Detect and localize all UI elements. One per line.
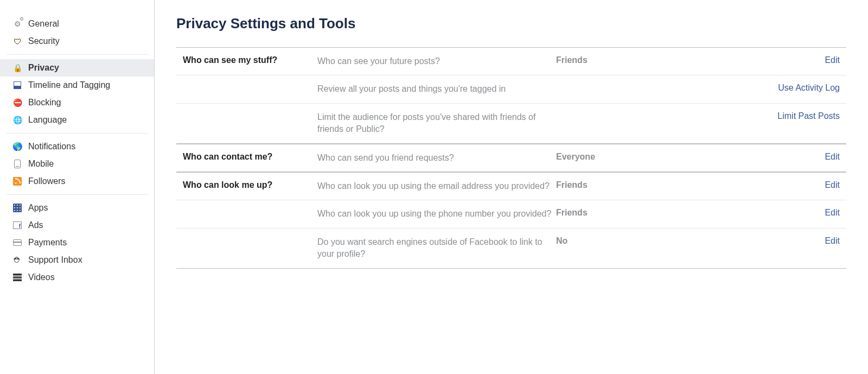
shield-icon bbox=[12, 36, 23, 47]
sidebar-item-mobile[interactable]: Mobile bbox=[0, 155, 154, 173]
sidebar-item-ads[interactable]: Ads bbox=[0, 217, 154, 234]
setting-value: Everyone bbox=[556, 152, 665, 164]
setting-value bbox=[556, 83, 665, 95]
edit-link[interactable]: Edit bbox=[825, 152, 840, 161]
sidebar-item-payments[interactable]: Payments bbox=[0, 234, 154, 251]
setting-question: Who can see your future posts? bbox=[317, 55, 556, 67]
sidebar-item-label: Support Inbox bbox=[28, 255, 82, 265]
sidebar-item-label: Payments bbox=[28, 238, 67, 248]
sidebar-item-followers[interactable]: Followers bbox=[0, 173, 154, 190]
apps-icon bbox=[12, 202, 23, 213]
ads-icon bbox=[12, 220, 23, 231]
setting-value: Friends bbox=[556, 208, 665, 220]
video-icon bbox=[12, 272, 23, 283]
sidebar-item-timeline[interactable]: Timeline and Tagging bbox=[0, 77, 154, 94]
block-icon bbox=[12, 97, 23, 108]
setting-question: Who can look you up using the email addr… bbox=[317, 180, 556, 192]
settings-sidebar: General Security Privacy Timeline and Ta… bbox=[0, 0, 155, 374]
edit-link[interactable]: Edit bbox=[825, 55, 840, 65]
section-heading: Who can contact me? bbox=[176, 152, 317, 164]
sidebar-item-label: General bbox=[28, 19, 59, 29]
setting-question: Limit the audience for posts you've shar… bbox=[317, 111, 556, 136]
setting-question: Who can look you up using the phone numb… bbox=[317, 208, 556, 220]
edit-link[interactable]: Edit bbox=[825, 236, 840, 245]
lock-icon bbox=[12, 62, 23, 73]
sidebar-item-label: Followers bbox=[28, 176, 65, 186]
sidebar-item-security[interactable]: Security bbox=[0, 33, 154, 50]
edit-link[interactable]: Edit bbox=[825, 180, 840, 189]
sidebar-item-language[interactable]: Language bbox=[0, 111, 154, 129]
sidebar-item-label: Ads bbox=[28, 220, 43, 230]
setting-value: Friends bbox=[556, 180, 665, 192]
card-icon bbox=[12, 237, 23, 248]
gear-icon bbox=[12, 18, 23, 29]
setting-question: Who can send you friend requests? bbox=[317, 152, 556, 164]
main-content: Privacy Settings and Tools Who can see m… bbox=[155, 0, 868, 374]
section-contact-me: Who can contact me? Who can send you fri… bbox=[176, 144, 846, 172]
section-see-my-stuff: Who can see my stuff? Who can see your f… bbox=[176, 47, 846, 144]
sidebar-item-support[interactable]: Support Inbox bbox=[0, 251, 154, 269]
sidebar-item-label: Timeline and Tagging bbox=[28, 80, 110, 90]
setting-value bbox=[556, 111, 665, 136]
page-title: Privacy Settings and Tools bbox=[176, 15, 846, 32]
globe-icon bbox=[12, 115, 23, 125]
sidebar-item-videos[interactable]: Videos bbox=[0, 269, 154, 286]
sidebar-item-blocking[interactable]: Blocking bbox=[0, 94, 154, 111]
sidebar-item-label: Mobile bbox=[28, 159, 54, 169]
setting-value: No bbox=[556, 236, 665, 261]
activity-log-link[interactable]: Use Activity Log bbox=[778, 83, 840, 92]
rss-icon bbox=[12, 176, 23, 187]
section-heading: Who can look me up? bbox=[176, 180, 317, 192]
setting-question: Review all your posts and things you're … bbox=[317, 83, 556, 95]
sidebar-item-label: Language bbox=[28, 115, 67, 125]
sidebar-item-label: Security bbox=[28, 36, 60, 46]
setting-value: Friends bbox=[556, 55, 665, 67]
mobile-icon bbox=[12, 159, 23, 169]
sidebar-item-label: Apps bbox=[28, 203, 48, 213]
sidebar-item-label: Privacy bbox=[28, 63, 59, 73]
sidebar-item-label: Blocking bbox=[28, 98, 61, 107]
sidebar-item-notifications[interactable]: Notifications bbox=[0, 138, 154, 155]
limit-past-posts-link[interactable]: Limit Past Posts bbox=[777, 111, 840, 121]
sidebar-item-label: Notifications bbox=[28, 142, 75, 151]
sidebar-item-label: Videos bbox=[28, 272, 55, 282]
section-look-me-up: Who can look me up? Who can look you up … bbox=[176, 172, 846, 269]
life-ring-icon bbox=[12, 255, 23, 265]
edit-link[interactable]: Edit bbox=[825, 208, 840, 217]
timeline-icon bbox=[12, 80, 23, 91]
sidebar-item-privacy[interactable]: Privacy bbox=[0, 59, 154, 77]
section-heading: Who can see my stuff? bbox=[176, 55, 317, 67]
setting-question: Do you want search engines outside of Fa… bbox=[317, 236, 556, 261]
sidebar-item-apps[interactable]: Apps bbox=[0, 199, 154, 217]
earth-icon bbox=[12, 141, 23, 152]
sidebar-item-general[interactable]: General bbox=[0, 15, 154, 33]
